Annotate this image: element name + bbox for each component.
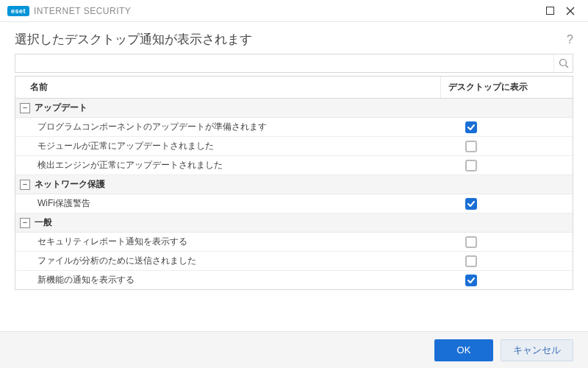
item-row: プログラムコンポーネントのアップデートが準備されます <box>15 118 573 137</box>
titlebar: eset INTERNET SECURITY <box>0 0 588 22</box>
item-check-cell <box>436 141 568 152</box>
table-body: −アップデートプログラムコンポーネントのアップデートが準備されますモジュールが正… <box>15 99 573 289</box>
search-input[interactable] <box>15 54 553 72</box>
item-row: 新機能の通知を表示する <box>15 271 573 289</box>
item-label: ファイルが分析のために送信されました <box>20 255 436 267</box>
column-name[interactable]: 名前 <box>15 77 440 98</box>
maximize-button[interactable] <box>539 1 560 21</box>
item-label: セキュリティレポート通知を表示する <box>20 236 436 248</box>
group-row: −ネットワーク保護 <box>15 175 573 194</box>
search-row <box>15 54 573 73</box>
item-label: モジュールが正常にアップデートされました <box>20 140 436 152</box>
show-on-desktop-checkbox[interactable] <box>465 160 477 171</box>
group-row: −一般 <box>15 213 573 233</box>
column-show[interactable]: デスクトップに表示 <box>440 77 573 98</box>
group-row: −アップデート <box>15 99 573 118</box>
item-check-cell <box>436 121 568 133</box>
page-title: 選択したデスクトップ通知が表示されます <box>15 31 567 48</box>
ok-button[interactable]: OK <box>434 339 493 361</box>
item-row: セキュリティレポート通知を表示する <box>15 233 573 252</box>
item-check-cell <box>436 275 568 286</box>
cancel-button[interactable]: キャンセル <box>501 339 573 361</box>
search-button[interactable] <box>553 54 573 72</box>
collapse-toggle[interactable]: − <box>20 103 30 113</box>
item-row: WiFi保護警告 <box>15 194 573 213</box>
item-row: ファイルが分析のために送信されました <box>15 252 573 271</box>
item-check-cell <box>436 255 568 267</box>
item-check-cell <box>436 160 568 171</box>
item-row: モジュールが正常にアップデートされました <box>15 137 573 156</box>
item-label: プログラムコンポーネントのアップデートが準備されます <box>20 121 436 133</box>
item-check-cell <box>436 236 568 248</box>
item-row: 検出エンジンが正常にアップデートされました <box>15 156 573 175</box>
show-on-desktop-checkbox[interactable] <box>465 275 477 286</box>
footer: OK キャンセル <box>0 331 588 368</box>
brand-text: INTERNET SECURITY <box>34 6 131 16</box>
show-on-desktop-checkbox[interactable] <box>465 121 477 133</box>
show-on-desktop-checkbox[interactable] <box>465 141 477 152</box>
maximize-icon <box>546 7 554 15</box>
show-on-desktop-checkbox[interactable] <box>465 236 477 248</box>
svg-rect-0 <box>546 7 553 15</box>
close-icon <box>566 7 575 15</box>
collapse-toggle[interactable]: − <box>20 180 30 190</box>
group-label: 一般 <box>35 216 52 229</box>
item-check-cell <box>436 198 568 210</box>
content-area: 名前 デスクトップに表示 −アップデートプログラムコンポーネントのアップデートが… <box>0 54 588 331</box>
notification-table: 名前 デスクトップに表示 −アップデートプログラムコンポーネントのアップデートが… <box>15 76 573 290</box>
heading-row: 選択したデスクトップ通知が表示されます ? <box>0 22 588 54</box>
app-window: eset INTERNET SECURITY 選択したデスクトップ通知が表示され… <box>0 0 588 368</box>
group-label: アップデート <box>35 102 87 114</box>
svg-point-1 <box>559 60 566 66</box>
brand-logo: eset <box>7 6 29 16</box>
close-button[interactable] <box>560 1 581 21</box>
help-button[interactable]: ? <box>567 33 573 46</box>
group-label: ネットワーク保護 <box>35 178 105 191</box>
collapse-toggle[interactable]: − <box>20 218 30 228</box>
item-label: 新機能の通知を表示する <box>20 274 436 286</box>
show-on-desktop-checkbox[interactable] <box>465 198 477 210</box>
table-header: 名前 デスクトップに表示 <box>15 77 573 99</box>
show-on-desktop-checkbox[interactable] <box>465 255 477 267</box>
search-icon <box>559 58 569 68</box>
item-label: 検出エンジンが正常にアップデートされました <box>20 159 436 171</box>
item-label: WiFi保護警告 <box>20 197 436 210</box>
